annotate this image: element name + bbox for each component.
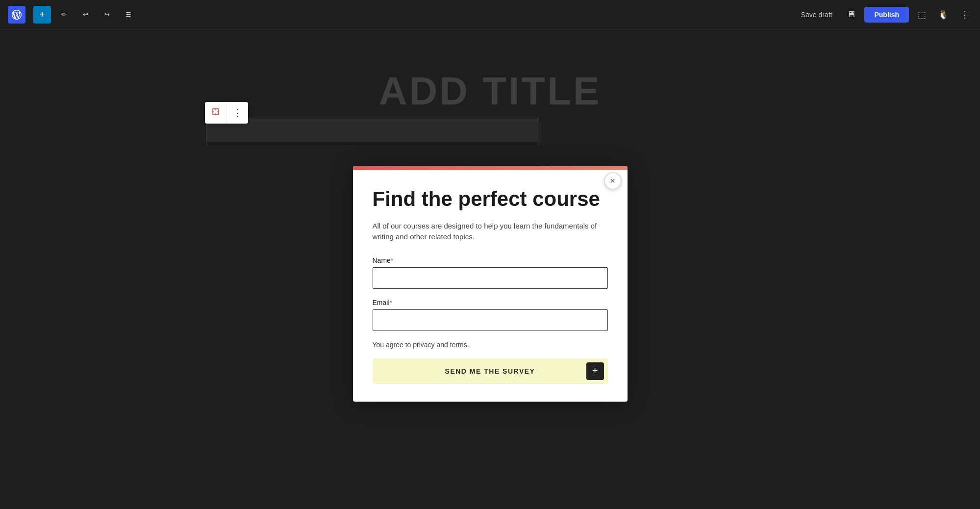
add-block-button[interactable]: + — [33, 6, 51, 24]
popup-modal: × Find the perfect course All of our cou… — [353, 166, 628, 401]
top-toolbar: + ✏ ↩ ↪ ☰ Save draft 🖥 Publish ⬚ 🐧 — [0, 0, 980, 29]
name-required: * — [391, 256, 393, 264]
redo-button[interactable]: ↪ — [98, 6, 116, 24]
modal-close-button[interactable]: × — [604, 172, 622, 190]
save-draft-button[interactable]: Save draft — [795, 8, 838, 22]
more-icon: ⋮ — [960, 9, 969, 20]
monitor-icon: 🖥 — [847, 9, 855, 20]
name-form-group: Name* — [373, 256, 608, 289]
undo-button[interactable]: ↩ — [76, 6, 94, 24]
pencil-icon: ✏ — [61, 11, 67, 18]
redo-icon: ↪ — [104, 11, 110, 18]
email-form-group: Email* — [373, 299, 608, 331]
edit-button[interactable]: ✏ — [55, 6, 73, 24]
sidebar-toggle-button[interactable]: ⬚ — [915, 6, 929, 23]
submit-plus-button[interactable]: + — [586, 362, 604, 380]
email-input[interactable] — [373, 309, 608, 331]
modal-overlay: × Find the perfect course All of our cou… — [0, 59, 980, 509]
plus-icon: + — [39, 9, 45, 20]
modal-title: Find the perfect course — [373, 188, 608, 210]
toolbar-left: + ✏ ↩ ↪ ☰ — [8, 6, 795, 24]
name-input[interactable] — [373, 267, 608, 289]
list-view-button[interactable]: ☰ — [120, 6, 137, 24]
email-required: * — [390, 299, 392, 306]
email-label: Email* — [373, 299, 608, 306]
publish-button[interactable]: Publish — [864, 7, 909, 23]
list-icon: ☰ — [126, 11, 131, 18]
undo-icon: ↩ — [83, 11, 88, 18]
submit-button[interactable]: SEND ME THE SURVEY — [373, 358, 608, 384]
more-options-button[interactable]: ⋮ — [957, 6, 972, 23]
modal-body: Find the perfect course All of our cours… — [353, 170, 628, 401]
avatar-icon: 🐧 — [938, 9, 949, 20]
privacy-text: You agree to privacy and terms. — [373, 341, 608, 349]
modal-subtitle: All of our courses are designed to help … — [373, 221, 608, 243]
submit-button-wrapper: SEND ME THE SURVEY + — [373, 358, 608, 384]
user-avatar-button[interactable]: 🐧 — [935, 6, 952, 23]
name-label: Name* — [373, 256, 608, 264]
modal-accent-bar — [353, 166, 628, 170]
toolbar-right: Save draft 🖥 Publish ⬚ 🐧 ⋮ — [795, 6, 972, 23]
preview-button[interactable]: 🖥 — [844, 6, 858, 23]
sidebar-icon: ⬚ — [918, 9, 926, 20]
plus-add-icon: + — [592, 365, 598, 377]
wordpress-logo[interactable] — [8, 6, 25, 24]
editor-area: ADD TITLE ⋮ × — [0, 29, 980, 509]
close-icon: × — [610, 176, 615, 186]
